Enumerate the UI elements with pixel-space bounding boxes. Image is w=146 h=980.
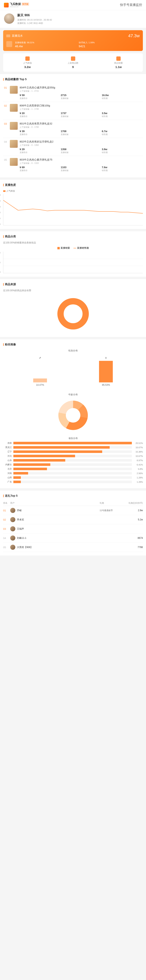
province-bar bbox=[13, 450, 102, 453]
province-pct: 16.67% bbox=[133, 446, 143, 449]
prov-title: 省份分布 bbox=[3, 437, 143, 440]
province-bar bbox=[13, 468, 47, 470]
rank-section: 商品销量榜 Top 5 01 804中之杰杰心诚月饼礼盒550g 上下架销量：1… bbox=[0, 74, 146, 177]
section-title: 商品来源 bbox=[3, 283, 143, 286]
revenue: 3.5w bbox=[102, 112, 143, 115]
province-pct: 15.38% bbox=[133, 450, 143, 453]
province-row: 山西 1.28% bbox=[3, 476, 143, 479]
gift-row[interactable]: 01 齐峻 11号素煮粉节 2.9w bbox=[3, 506, 143, 515]
province-row: 河南 2.56% bbox=[3, 472, 143, 475]
province-pct: 2.56% bbox=[133, 472, 143, 474]
gift-value: 5.2w bbox=[127, 518, 143, 521]
stat-item: 人气峰值 3.2w bbox=[5, 56, 50, 68]
gift-row[interactable]: 02 李卓尼 5.2w bbox=[3, 515, 143, 524]
stat-item: 上架商品数 9 bbox=[50, 56, 96, 68]
legend-line bbox=[74, 248, 76, 248]
sales: 1708 bbox=[61, 130, 102, 133]
section-title: 商品销量榜 Top 5 bbox=[3, 78, 143, 81]
rank-item[interactable]: 05 803中之杰杰心素月饼礼盒75 上下架销量：0 - 1103 ¥ 69直播… bbox=[3, 156, 143, 174]
section-title: 直播热度 bbox=[3, 183, 143, 187]
rank-item[interactable]: 02 806中之杰煎饼多口味100g 上下架销量：1 - 1738 ¥ 20直播… bbox=[3, 102, 143, 120]
product-name: 806中之杰煎饼多口味100g bbox=[20, 104, 143, 107]
gender-icon: ♀ bbox=[77, 356, 135, 360]
rank-number: 02 bbox=[3, 104, 8, 118]
logo: 飞瓜数据 快手版 FEIGUA.CN bbox=[4, 2, 29, 8]
stat-icon bbox=[25, 56, 30, 61]
stat-icon bbox=[71, 56, 75, 61]
avatar bbox=[4, 13, 14, 24]
gender-item: ♂ 14.47% bbox=[11, 356, 69, 386]
product-name: 802中之杰杰有好运月饼礼盒2 bbox=[20, 140, 143, 143]
heat-section: 直播热度 人气峰值 543210 bbox=[0, 180, 146, 229]
gender-item: ♀ 85.53% bbox=[77, 356, 135, 386]
province-name: 河北 bbox=[3, 455, 12, 457]
col-value: 礼物总价(快币) bbox=[127, 501, 143, 504]
user-avatar bbox=[10, 545, 15, 550]
revenue: 16.0w bbox=[102, 94, 143, 97]
flow-value: 47.3w bbox=[128, 33, 140, 38]
streamer-name: 新天 906 bbox=[17, 13, 52, 18]
category-chart: 110 bbox=[3, 252, 143, 273]
province-row: 北京 5.8% bbox=[3, 468, 143, 470]
sales: 1103 bbox=[61, 166, 102, 169]
brand-badge: 快手版 bbox=[22, 3, 29, 6]
app-header: 飞瓜数据 快手版 FEIGUA.CN 快手号直播监控 bbox=[0, 0, 146, 10]
sales-pct-label: 直播销售额: 98.01% bbox=[15, 41, 76, 44]
province-row: 黑龙江 16.67% bbox=[3, 446, 143, 449]
gift-row[interactable]: 03 王福声 bbox=[3, 524, 143, 533]
province-name: 山东 bbox=[3, 459, 12, 462]
sales: 1737 bbox=[61, 112, 102, 115]
sales: 1358 bbox=[61, 148, 102, 151]
legend-label: 人气峰值 bbox=[6, 189, 15, 192]
province-bar bbox=[13, 480, 21, 483]
revenue: 3.9w bbox=[102, 148, 143, 151]
live-time: 直播时间: 09-15 18:58:03 - 20:36:42 bbox=[17, 18, 52, 22]
rank-item[interactable]: 01 804中之杰杰心诚月饼礼盒550g 上下架销量：1 - 2715 ¥ 59… bbox=[3, 84, 143, 102]
age-donut bbox=[3, 398, 143, 433]
user-name: 齐峻 bbox=[17, 509, 99, 512]
province-bar bbox=[13, 459, 65, 461]
product-sub: 上下架销量：1 - 1738 bbox=[20, 108, 143, 111]
gift-name: 11号素煮粉节 bbox=[99, 509, 127, 512]
stats-row: 人气峰值 3.2w 上架商品数 9 商品销量 1.1w bbox=[3, 53, 143, 72]
gender-pct: 85.53% bbox=[77, 383, 135, 386]
province-pct: 5.8% bbox=[133, 468, 143, 470]
stat-value: 3.2w bbox=[5, 65, 50, 68]
legend-label: 直播销量 bbox=[61, 247, 70, 250]
legend-swatch bbox=[3, 190, 5, 192]
col-user: 用户 bbox=[10, 501, 99, 504]
gift-value: 8674 bbox=[127, 537, 143, 539]
gift-row[interactable]: 04 刘峰11-1 8674 bbox=[3, 533, 143, 543]
province-bar bbox=[13, 463, 50, 466]
gender-icon: ♂ bbox=[11, 356, 69, 360]
gift-row[interactable]: 05 大黑塔【906】 7766 bbox=[3, 543, 143, 552]
profile-block: 新天 906 直播时间: 09-15 18:58:03 - 20:36:42 直… bbox=[0, 10, 146, 28]
product-name: 804中之杰杰心诚月饼礼盒550g bbox=[20, 86, 143, 89]
col-rank: 排名 bbox=[3, 501, 10, 504]
province-name: 内蒙古 bbox=[3, 463, 12, 466]
source-donut bbox=[3, 294, 143, 333]
gift-table-head: 排名 用户 礼物 礼物总价(快币) bbox=[3, 500, 143, 506]
product-sub: 上下架销量：0 - 1358 bbox=[20, 144, 143, 146]
stat-value: 9 bbox=[50, 65, 96, 68]
user-name: 李卓尼 bbox=[17, 518, 99, 521]
product-thumb bbox=[10, 158, 18, 166]
province-bar bbox=[13, 446, 110, 449]
live-duration: 直播时长: 1小时 38分 46秒 bbox=[17, 22, 52, 25]
province-row: 内蒙古 6.41% bbox=[3, 463, 143, 466]
province-name: 广东 bbox=[3, 480, 12, 483]
price: ¥ 29 bbox=[20, 148, 61, 151]
product-name: 803中之杰杰心素月饼礼盒75 bbox=[20, 158, 143, 162]
revenue-card: 直播流水 47.3w 直播销售额: 98.01% 46.4w 快币收入: 1.9… bbox=[3, 30, 143, 51]
province-name: 辽宁 bbox=[3, 450, 12, 453]
flow-label: 直播流水 bbox=[12, 34, 23, 38]
stat-icon bbox=[116, 56, 121, 61]
section-title: 商品分类 bbox=[3, 235, 143, 238]
gender-title: 性别分布 bbox=[3, 349, 143, 352]
province-bar bbox=[13, 472, 28, 474]
rank-item[interactable]: 04 802中之杰杰有好运月饼礼盒2 上下架销量：0 - 1358 ¥ 29直播… bbox=[3, 138, 143, 156]
user-avatar bbox=[10, 517, 15, 522]
rank-item[interactable]: 03 801中之杰杰有意月饼礼盒32 上下架销量：0 - 1708 ¥ 39直播… bbox=[3, 120, 143, 138]
category-section: 商品分类 近100.00%的销量来自美食饮品 直播销量 直播销售额 110 bbox=[0, 231, 146, 277]
product-thumb bbox=[10, 104, 18, 112]
